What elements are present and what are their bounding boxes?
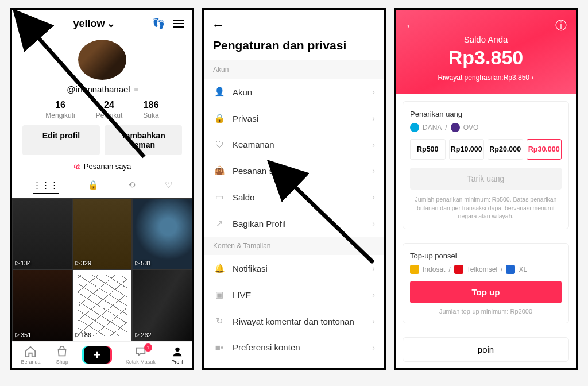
chevron-right-icon: › <box>372 87 375 96</box>
section-header-content: Konten & Tampilan <box>204 237 384 255</box>
chevron-right-icon: › <box>372 166 375 175</box>
settings-item-label: Bagikan Profil <box>233 219 364 229</box>
chevron-right-icon: › <box>531 74 533 82</box>
settings-item-privasi[interactable]: 🔒 Privasi › <box>204 105 384 132</box>
settings-item-label: Preferensi konten <box>233 342 364 352</box>
carrier-icon <box>410 265 419 274</box>
provider-name: OVO <box>463 123 479 132</box>
settings-screen: ← Pengaturan dan privasi Akun 👤 Akun ›🔒 … <box>202 8 386 370</box>
chevron-right-icon: › <box>372 369 375 370</box>
chevron-right-icon: › <box>372 192 375 202</box>
stat-following[interactable]: 16Mengikuti <box>45 100 75 119</box>
plus-icon: + <box>94 349 101 361</box>
carrier-icon <box>506 265 515 274</box>
inbox-badge: 1 <box>144 343 152 352</box>
ads-icon: ▭ <box>214 368 225 370</box>
nav-inbox[interactable]: 1Kotak Masuk <box>126 345 156 365</box>
poin-link[interactable]: poin <box>403 337 569 362</box>
play-icon: ▷ <box>75 331 80 338</box>
nav-shop[interactable]: Shop <box>56 345 68 365</box>
section-header-account: Akun <box>204 60 384 79</box>
play-icon: ▷ <box>135 259 140 267</box>
video-thumb[interactable]: ▷351 <box>12 269 72 341</box>
withdraw-options: Rp500Rp10.000Rp20.000Rp30.000 <box>410 139 562 160</box>
svg-point-0 <box>175 348 179 352</box>
settings-item-keamanan[interactable]: 🛡 Keamanan › <box>204 132 384 157</box>
withdraw-amount-option[interactable]: Rp20.000 <box>488 139 523 160</box>
video-thumb[interactable]: ▷180 <box>72 269 133 341</box>
my-orders-link[interactable]: 🛍 Pesanan saya <box>12 162 192 171</box>
avatar[interactable] <box>78 40 126 80</box>
menu-icon[interactable] <box>173 20 184 28</box>
settings-item-saldo[interactable]: ▭ Saldo › <box>204 184 384 210</box>
tab-reposts[interactable]: ⟲ <box>128 180 136 194</box>
withdraw-amount-option[interactable]: Rp500 <box>410 139 446 160</box>
withdraw-amount-option[interactable]: Rp10.000 <box>449 139 485 160</box>
settings-item-bagikan-profil[interactable]: ↗ Bagikan Profil › <box>204 210 384 237</box>
provider-icon <box>410 123 419 132</box>
bell-icon: 🔔 <box>214 263 225 273</box>
withdraw-button[interactable]: Tarik uang <box>410 168 562 190</box>
settings-item-live[interactable]: ▣ LIVE › <box>204 281 384 308</box>
settings-item-label: Akun <box>233 87 364 97</box>
nav-create[interactable]: + <box>84 346 110 364</box>
carrier-list: Indosat / Telkomsel / XL <box>410 265 562 274</box>
profile-screen: Rp yellow ⌄ 👣 @irfannathanael ⧈ 16Mengik… <box>10 8 194 370</box>
tab-private[interactable]: 🔒 <box>88 180 99 194</box>
nav-home[interactable]: Beranda <box>21 345 40 365</box>
profile-tabs: ⋮⋮⋮ 🔒 ⟲ ♡ <box>12 176 192 198</box>
settings-item-preferensi-konten[interactable]: ■• Preferensi konten › <box>204 334 384 360</box>
chevron-right-icon: › <box>372 140 375 149</box>
withdraw-fineprint: Jumlah penarikan minimum: Rp500. Batas p… <box>410 195 562 221</box>
settings-item-label: Iklan <box>233 369 364 370</box>
carrier-name: Telkomsel <box>467 265 497 273</box>
video-thumb[interactable]: ▷531 <box>132 198 192 270</box>
settings-item-notifikasi[interactable]: 🔔 Notifikasi › <box>204 255 384 281</box>
person-icon: 👤 <box>214 87 225 97</box>
settings-item-pesanan-saya[interactable]: 👜 Pesanan saya › <box>204 157 384 184</box>
balance-label: Saldo Anda <box>405 34 567 44</box>
video-grid: ▷134 ▷329 ▷531 ▷351 ▷180 ▷262 <box>12 198 192 341</box>
topup-fineprint: Jumlah top-up minimum: Rp2000 <box>410 308 562 315</box>
settings-item-riwayat-komentar-dan-tontonan[interactable]: ↻ Riwayat komentar dan tontonan › <box>204 308 384 334</box>
qr-icon[interactable]: ⧈ <box>134 86 138 93</box>
account-switcher[interactable]: yellow ⌄ <box>73 17 115 30</box>
play-icon: ▷ <box>15 259 20 267</box>
play-icon: ▷ <box>135 331 140 338</box>
carrier-name: XL <box>519 265 527 273</box>
balance-screen: ← ⓘ Saldo Anda Rp3.850 Riwayat penghasil… <box>394 8 578 370</box>
settings-item-label: Riwayat komentar dan tontonan <box>233 316 364 326</box>
nav-profile[interactable]: Profil <box>171 345 184 365</box>
topup-button[interactable]: Top up <box>410 281 562 303</box>
username: @irfannathanael <box>67 84 130 94</box>
provider-name: DANA <box>423 123 442 132</box>
play-icon: ▷ <box>75 259 80 267</box>
coin-balance-icon[interactable]: Rp <box>20 16 36 32</box>
chevron-down-icon: ⌄ <box>107 17 115 30</box>
settings-item-iklan[interactable]: ▭ Iklan › <box>204 360 384 370</box>
balance-header: ← ⓘ Saldo Anda Rp3.850 Riwayat penghasil… <box>396 10 576 94</box>
history-icon: ↻ <box>214 316 225 326</box>
tab-videos[interactable]: ⋮⋮⋮ <box>33 180 59 194</box>
footsteps-icon[interactable]: 👣 <box>152 17 165 30</box>
settings-item-akun[interactable]: 👤 Akun › <box>204 79 384 105</box>
stat-likes[interactable]: 186Suka <box>143 100 158 119</box>
withdraw-amount-option[interactable]: Rp30.000 <box>527 139 562 160</box>
carrier-icon <box>454 265 463 274</box>
chevron-right-icon: › <box>372 316 375 326</box>
account-name: yellow <box>73 18 105 30</box>
topup-title: Top-up ponsel <box>410 252 562 260</box>
settings-item-label: Pesanan saya <box>233 166 364 176</box>
video-thumb[interactable]: ▷329 <box>72 198 133 270</box>
help-icon[interactable]: ⓘ <box>555 18 567 33</box>
video-thumb[interactable]: ▷134 <box>12 198 72 270</box>
stat-followers[interactable]: 24Pengikut <box>96 100 123 119</box>
chevron-right-icon: › <box>372 219 375 228</box>
video-thumb[interactable]: ▷262 <box>132 269 192 341</box>
earnings-history-link[interactable]: Riwayat penghasilan:Rp3.850 › <box>405 74 567 82</box>
back-icon[interactable]: ← <box>405 19 416 32</box>
back-icon[interactable]: ← <box>212 18 225 33</box>
tab-liked[interactable]: ♡ <box>165 180 172 194</box>
edit-profile-button[interactable]: Edit profil <box>22 125 100 155</box>
add-friend-button[interactable]: Tambahkan teman <box>105 125 182 155</box>
